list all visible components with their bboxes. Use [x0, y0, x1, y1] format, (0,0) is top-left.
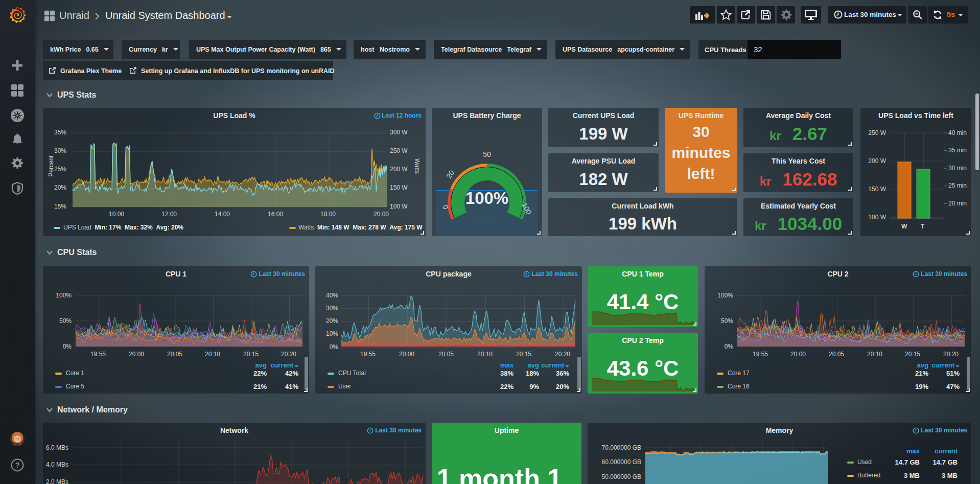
svg-text:?: ? — [15, 461, 20, 469]
